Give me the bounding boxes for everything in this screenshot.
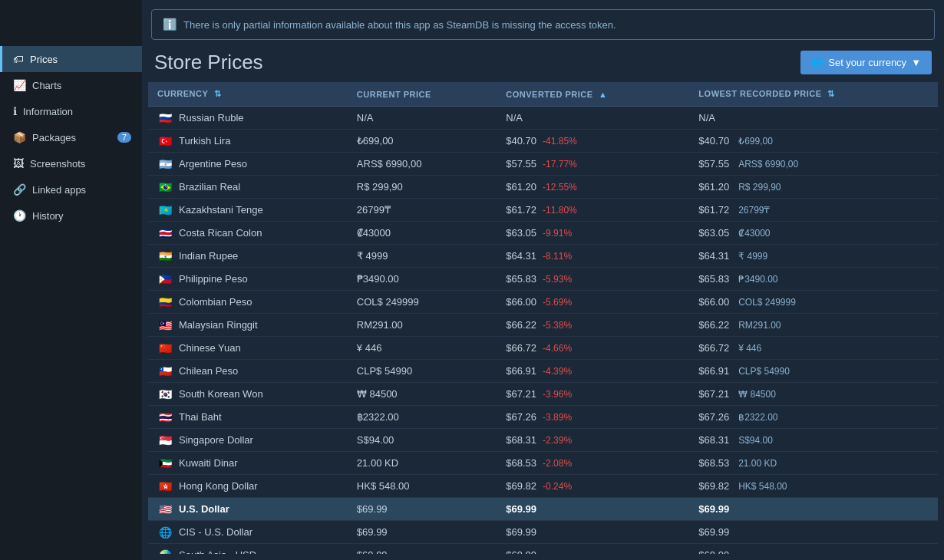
currency-flag: 🇹🇭: [157, 412, 173, 423]
sidebar-label-screenshots: Screenshots: [30, 158, 85, 170]
converted-price-cell: $64.31 -8.11%: [497, 245, 689, 268]
converted-price: $68.53: [506, 457, 536, 469]
table-row: 🇸🇬 Singapore Dollar S$94.00 $68.31 -2.39…: [148, 429, 938, 452]
page-title: Store Prices: [154, 51, 263, 74]
converted-price-cell: $66.72 -4.66%: [497, 337, 689, 360]
percentage-badge: -2.08%: [543, 458, 572, 469]
sidebar-label-packages: Packages: [32, 132, 76, 143]
lowest-price-cell: $68.31 S$94.00: [689, 429, 938, 452]
prices-table-container[interactable]: CURRENCY ⇅ CURRENT PRICE CONVERTED PRICE…: [148, 82, 938, 554]
badge-packages: 7: [117, 132, 131, 143]
col-lowest-price[interactable]: LOWEST RECORDED PRICE ⇅: [689, 82, 938, 107]
converted-price: $68.31: [506, 434, 536, 446]
currency-name: Philippine Peso: [179, 273, 248, 285]
sidebar-item-linked-apps[interactable]: 🔗 Linked apps: [0, 176, 142, 203]
table-row: 🇨🇴 Colombian Peso COL$ 249999 $66.00 -5.…: [148, 291, 938, 314]
converted-price: $66.00: [506, 296, 536, 308]
converted-price-cell: $63.05 -9.91%: [497, 222, 689, 245]
lowest-price-native: ฿2322.00: [738, 412, 777, 423]
current-price-cell: ₩ 84500: [348, 383, 497, 406]
currency-flag: 🇸🇬: [157, 435, 173, 446]
currency-flag: 🇦🇷: [157, 159, 173, 170]
current-price-cell: COL$ 249999: [348, 291, 497, 314]
table-row: 🇵🇭 Philippine Peso ₱3490.00 $65.83 -5.93…: [148, 268, 938, 291]
lowest-price-usd: $64.31: [698, 250, 729, 262]
converted-price-cell: $68.53 -2.08%: [497, 452, 689, 475]
col-converted-price[interactable]: CONVERTED PRICE ▲: [497, 82, 689, 107]
lowest-price-cell: $61.20 R$ 299,90: [689, 176, 938, 199]
currency-cell: 🇰🇼 Kuwaiti Dinar: [148, 452, 348, 475]
lowest-price-usd: $57.55: [698, 158, 729, 170]
lowest-price-usd: $61.72: [698, 204, 729, 216]
lowest-price-usd: $66.91: [698, 365, 729, 377]
currency-cell: 🇨🇳 Chinese Yuan: [148, 337, 348, 360]
current-price-cell: ₹ 4999: [348, 245, 497, 268]
history-icon: 🕐: [13, 209, 26, 222]
sidebar-item-history[interactable]: 🕐 History: [0, 203, 142, 229]
lowest-price-native: ¥ 446: [738, 343, 761, 354]
currency-name: South Korean Won: [179, 388, 263, 400]
currency-cell: 🇷🇺 Russian Ruble: [148, 107, 348, 130]
currency-cell: 🌏 South Asia - USD: [148, 544, 348, 555]
lowest-price-usd: $66.22: [698, 319, 729, 331]
lowest-price-native: ₡43000: [738, 228, 770, 239]
lowest-price-native: R$ 299,90: [738, 182, 781, 193]
lowest-price-cell: $69.99: [689, 544, 938, 555]
converted-price-cell: $61.72 -11.80%: [497, 199, 689, 222]
lowest-price-native: S$94.00: [738, 435, 773, 446]
sidebar-label-linked-apps: Linked apps: [32, 184, 86, 196]
currency-flag: 🌐: [157, 527, 173, 538]
warning-banner: ℹ️ There is only partial information ava…: [151, 9, 935, 40]
current-price-cell: $69.99: [348, 521, 497, 544]
current-price-cell: $69.99: [348, 498, 497, 521]
converted-price-cell: $69.99: [497, 544, 689, 555]
sidebar-item-charts[interactable]: 📈 Charts: [0, 72, 142, 98]
set-currency-button[interactable]: 🌐 Set your currency ▼: [800, 51, 932, 74]
lowest-price-usd: $65.83: [698, 273, 729, 285]
col-currency[interactable]: CURRENCY ⇅: [148, 82, 348, 107]
sidebar-item-packages[interactable]: 📦 Packages 7: [0, 124, 142, 150]
currency-flag: 🇨🇱: [157, 366, 173, 377]
currency-name: Brazilian Real: [179, 181, 240, 193]
table-row: 🌐 CIS - U.S. Dollar $69.99 $69.99 $69.99: [148, 521, 938, 544]
table-row: 🇨🇱 Chilean Peso CLP$ 54990 $66.91 -4.39%…: [148, 360, 938, 383]
lowest-price-cell: $63.05 ₡43000: [689, 222, 938, 245]
currency-cell: 🇹🇭 Thai Baht: [148, 406, 348, 429]
table-row: 🇺🇸 U.S. Dollar $69.99 $69.99 $69.99: [148, 498, 938, 521]
converted-price-cell: $66.00 -5.69%: [497, 291, 689, 314]
current-price-cell: ARS$ 6990,00: [348, 153, 497, 176]
warning-text: There is only partial information availa…: [183, 19, 616, 31]
converted-price-cell: $67.26 -3.89%: [497, 406, 689, 429]
lowest-price-usd: $61.20: [698, 181, 729, 193]
percentage-badge: -11.80%: [543, 205, 577, 216]
current-price-cell: S$94.00: [348, 429, 497, 452]
converted-price-cell: $69.99: [497, 521, 689, 544]
currency-flag: 🇰🇿: [157, 205, 173, 216]
sidebar-item-screenshots[interactable]: 🖼 Screenshots: [0, 150, 142, 176]
converted-price: N/A: [506, 112, 523, 124]
lowest-price-usd: $66.72: [698, 342, 729, 354]
converted-price: $69.99: [506, 549, 536, 554]
currency-cell: 🇦🇷 Argentine Peso: [148, 153, 348, 176]
lowest-price-cell: $66.22 RM291.00: [689, 314, 938, 337]
sidebar-item-information[interactable]: ℹ Information: [0, 98, 142, 124]
percentage-badge: -5.93%: [543, 274, 572, 285]
currency-name: Argentine Peso: [179, 158, 247, 170]
currency-cell: 🇰🇷 South Korean Won: [148, 383, 348, 406]
current-price-cell: R$ 299,90: [348, 176, 497, 199]
percentage-badge: -5.38%: [543, 320, 572, 331]
sidebar-label-history: History: [32, 210, 63, 222]
currency-name: Kuwaiti Dinar: [179, 457, 238, 469]
sidebar-label-charts: Charts: [32, 80, 61, 91]
converted-price-cell: $57.55 -17.77%: [497, 153, 689, 176]
converted-price-cell: $69.82 -0.24%: [497, 475, 689, 498]
current-price-cell: ฿2322.00: [348, 406, 497, 429]
lowest-price-cell: $66.00 COL$ 249999: [689, 291, 938, 314]
converted-price: $69.82: [506, 480, 536, 492]
current-price-cell: CLP$ 54990: [348, 360, 497, 383]
sidebar-item-prices[interactable]: 🏷 Prices: [0, 46, 142, 72]
currency-flag: 🇨🇳: [157, 343, 173, 354]
currency-name: Hong Kong Dollar: [179, 480, 258, 492]
currency-cell: 🇧🇷 Brazilian Real: [148, 176, 348, 199]
currency-name: U.S. Dollar: [179, 503, 229, 515]
